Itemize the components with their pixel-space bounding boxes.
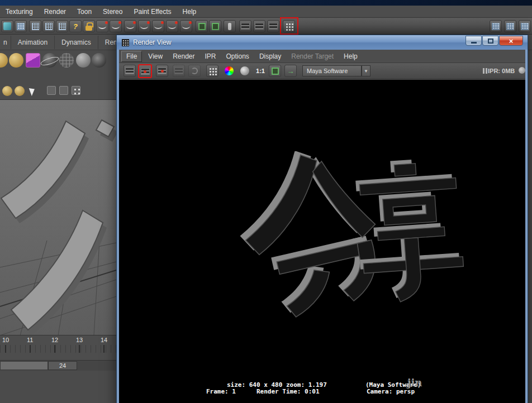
render-current-frame-icon[interactable] <box>239 20 251 32</box>
history-icon <box>198 23 206 30</box>
tool-sphere2-icon[interactable] <box>15 86 25 96</box>
lock-icon[interactable] <box>83 20 95 32</box>
timeline-major-tick <box>103 345 104 353</box>
view-layout-icon[interactable] <box>1 20 13 32</box>
shelf-gray-sphere-icon[interactable] <box>76 53 91 68</box>
point-snap-icon <box>140 23 148 29</box>
snap-to-points-icon[interactable] <box>138 20 150 32</box>
attribute-editor-icon[interactable] <box>519 20 531 32</box>
rv-menu-options[interactable]: Options <box>221 51 254 62</box>
shelf-purple-cube-icon[interactable] <box>26 53 40 68</box>
refresh-icon <box>191 68 198 74</box>
renderer-dropdown-arrow[interactable]: ▼ <box>362 65 370 76</box>
shelf-wireframe-sphere-icon[interactable] <box>59 53 74 68</box>
question-icon[interactable]: ? <box>69 20 82 32</box>
snapshot-icon[interactable] <box>156 65 168 77</box>
rv-menu-file[interactable]: File <box>121 51 142 62</box>
alpha-channel-icon[interactable] <box>239 65 251 77</box>
construction-history-icon[interactable] <box>196 20 208 32</box>
redo-previous-render-icon[interactable] <box>124 65 136 77</box>
close-icon: × <box>509 37 514 45</box>
range-end-field[interactable]: 24 <box>48 361 77 370</box>
menu-toon[interactable]: Toon <box>72 6 97 17</box>
grid-icon <box>59 23 66 30</box>
channel-box-icon[interactable] <box>490 20 502 32</box>
time-slider[interactable]: 10 11 12 13 14 <box>0 335 116 360</box>
share-nodes-icon[interactable] <box>72 86 80 95</box>
shelf-ringed-sphere-icon[interactable] <box>42 53 57 68</box>
rv-menu-help[interactable]: Help <box>339 51 363 62</box>
rv-menu-render-target: Render Target <box>286 51 339 62</box>
rv-menu-display[interactable]: Display <box>254 51 286 62</box>
status-frame: Frame: 1 <box>206 388 236 395</box>
one-to-one-label: 1:1 <box>256 68 265 74</box>
camera-icon <box>158 68 167 74</box>
timeline-tick-label: 11 <box>27 337 33 343</box>
menu-render[interactable]: Render <box>39 6 72 17</box>
color-wheel-icon <box>225 66 234 75</box>
snap-magnet-icon[interactable] <box>96 20 108 32</box>
snap-curve-icon[interactable] <box>42 20 55 32</box>
view-layout2-icon[interactable] <box>15 20 27 32</box>
cube-tool-icon[interactable] <box>47 86 56 95</box>
shelf-dark-sphere-icon[interactable] <box>92 53 106 68</box>
timeline-major-tick <box>54 345 55 353</box>
shelf-tab-dynamics[interactable]: Dynamics <box>55 36 98 49</box>
menu-paint-effects[interactable]: Paint Effects <box>128 6 177 17</box>
layout-icon <box>3 22 11 30</box>
maximize-button[interactable] <box>482 36 498 46</box>
render-view-window-icon <box>122 39 129 46</box>
stack-tool-icon[interactable] <box>59 86 68 95</box>
one-to-one-zoom-button[interactable]: 1:1 <box>253 65 268 77</box>
film-icon <box>125 68 134 74</box>
key-icon[interactable] <box>224 20 236 32</box>
close-button[interactable]: × <box>499 36 523 46</box>
snap-point-icon[interactable] <box>56 20 68 32</box>
film-icon <box>255 23 264 30</box>
snap-magnet2-icon[interactable] <box>110 20 122 32</box>
timeline-tick-label: 13 <box>76 337 83 343</box>
snap-grid-icon[interactable] <box>29 20 41 32</box>
make-live-icon[interactable] <box>166 20 178 32</box>
layer-editor-icon[interactable] <box>504 20 516 32</box>
snap-to-planes-icon[interactable] <box>152 20 164 32</box>
window-title: Render View <box>133 39 171 46</box>
snap-to-curves-icon[interactable] <box>124 20 136 32</box>
grid-icon <box>45 23 53 30</box>
menu-help[interactable]: Help <box>177 6 202 17</box>
ipr-render-icon[interactable] <box>253 20 265 32</box>
render-view-open-icon[interactable] <box>267 20 279 32</box>
minimize-button[interactable] <box>466 36 482 46</box>
panel-icon <box>521 23 529 30</box>
ipr-tuning-icon[interactable] <box>518 66 526 74</box>
tool-sphere-icon[interactable] <box>2 86 12 96</box>
render-view-menubar: File View Render IPR Options Display Ren… <box>119 50 525 63</box>
rgb-channels-icon[interactable] <box>223 65 235 77</box>
range-slider-bar[interactable] <box>0 361 48 370</box>
rv-menu-ipr[interactable]: IPR <box>200 51 221 62</box>
render-canvas[interactable]: 分享 <box>119 80 525 403</box>
rv-menu-view[interactable]: View <box>143 51 168 62</box>
menu-texturing[interactable]: Texturing <box>0 6 39 17</box>
shelf-tab-partial[interactable]: n <box>0 36 11 49</box>
render-settings-icon[interactable] <box>206 65 218 77</box>
menu-stereo[interactable]: Stereo <box>97 6 128 17</box>
shelf-gold-sphere-icon[interactable] <box>9 53 23 68</box>
renderer-dropdown[interactable]: Maya Software <box>302 65 362 76</box>
shelf-sphere-icon[interactable] <box>0 53 8 68</box>
remove-image-icon[interactable]: → <box>284 65 297 77</box>
shelf-tab-animation[interactable]: Animation <box>11 36 55 49</box>
render-view-toolbar: 1:1 → Maya Software ▼ IPR: 0MB <box>119 63 525 79</box>
select-tool-icon[interactable] <box>29 87 37 96</box>
render-view-body: File View Render IPR Options Display Ren… <box>119 50 525 403</box>
viewport-grid-and-geometry <box>0 100 116 335</box>
render-region-icon[interactable] <box>138 64 152 78</box>
snap-extra-icon[interactable] <box>180 20 192 32</box>
rv-menu-render[interactable]: Render <box>168 51 200 62</box>
timeline-ticks[interactable] <box>0 345 116 353</box>
watermark-text: jin <box>407 377 422 388</box>
perspective-viewport[interactable] <box>0 99 116 335</box>
keep-image-icon[interactable] <box>269 65 281 77</box>
history-toggle-icon[interactable] <box>209 20 221 32</box>
render-view-titlebar[interactable]: Render View × <box>117 35 528 50</box>
